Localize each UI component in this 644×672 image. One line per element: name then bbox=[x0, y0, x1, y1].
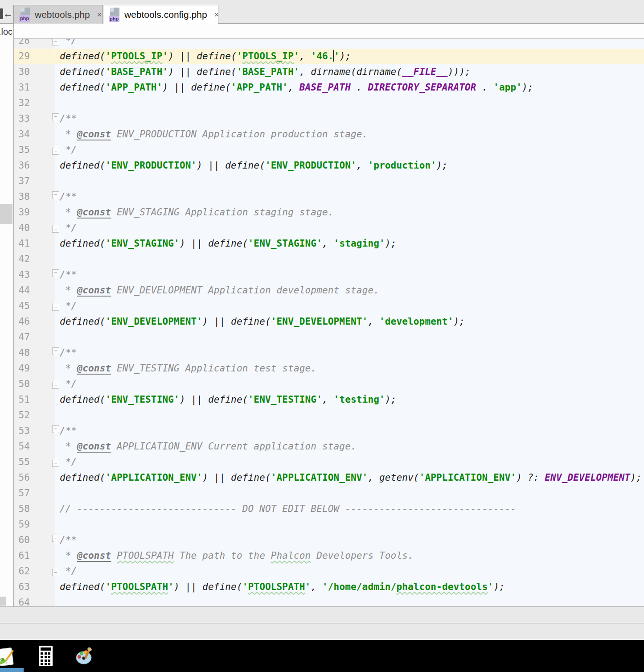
php-badge: php bbox=[109, 16, 119, 22]
code-line-29[interactable]: 29defined('PTOOLS_IP') || define('PTOOLS… bbox=[14, 49, 644, 64]
line-number: 39 bbox=[14, 205, 30, 220]
fold-start-icon[interactable]: − bbox=[52, 425, 59, 433]
line-number: 47 bbox=[14, 330, 30, 345]
fold-start-icon[interactable]: − bbox=[52, 191, 59, 198]
left-arrow-icon: ← bbox=[3, 7, 13, 21]
code-line-40[interactable]: 40− */ bbox=[14, 220, 644, 236]
code-line-53[interactable]: 53−/** bbox=[14, 423, 644, 439]
line-number: 60 bbox=[14, 532, 30, 548]
fold-end-icon[interactable]: − bbox=[52, 304, 59, 311]
panel-scrollbar-thumb[interactable] bbox=[0, 204, 12, 224]
line-number: 37 bbox=[14, 173, 30, 189]
tab-webtools-config-php[interactable]: php webtools.config.php × bbox=[103, 5, 218, 24]
line-number: 57 bbox=[14, 486, 30, 501]
code-text: * @const PTOOLSPATH The path to the Phal… bbox=[60, 548, 414, 564]
line-number: 59 bbox=[14, 517, 30, 532]
code-line-47[interactable]: 47 bbox=[14, 330, 644, 345]
code-text: * @const APPLICATION_ENV Current applica… bbox=[60, 439, 357, 454]
fold-end-icon[interactable]: − bbox=[52, 460, 59, 467]
code-line-36[interactable]: 36defined('ENV_PRODUCTION') || define('E… bbox=[14, 158, 644, 173]
line-number: 42 bbox=[14, 251, 30, 267]
hide-panel-icon[interactable]: ← bbox=[0, 7, 12, 21]
fold-end-icon[interactable]: − bbox=[52, 148, 59, 155]
tab-webtools-php[interactable]: php webtools.php × bbox=[13, 5, 103, 24]
code-line-28[interactable]: 28− */ bbox=[14, 39, 644, 49]
line-number: 61 bbox=[14, 548, 30, 564]
code-line-45[interactable]: 45− */ bbox=[14, 298, 644, 314]
line-number: 41 bbox=[14, 236, 30, 251]
fold-end-icon[interactable]: − bbox=[52, 39, 59, 45]
line-number: 50 bbox=[14, 376, 30, 392]
code-text: // ---------------------------- DO NOT E… bbox=[60, 501, 516, 517]
code-line-58[interactable]: 58// ---------------------------- DO NOT… bbox=[14, 501, 644, 517]
code-line-57[interactable]: 57 bbox=[14, 486, 644, 501]
code-line-38[interactable]: 38−/** bbox=[14, 189, 644, 205]
code-line-33[interactable]: 33−/** bbox=[14, 111, 644, 127]
code-line-34[interactable]: 34 * @const ENV_PRODUCTION Application p… bbox=[14, 127, 644, 142]
panel-scrollbar-thumb-small[interactable] bbox=[0, 597, 6, 606]
calculator-icon[interactable] bbox=[39, 646, 53, 666]
line-number: 38 bbox=[14, 189, 30, 205]
line-number: 48 bbox=[14, 345, 30, 361]
notepad-plus-icon[interactable] bbox=[0, 646, 16, 667]
background-panel-strip: .loc bbox=[0, 24, 13, 606]
line-number: 53 bbox=[14, 423, 30, 439]
code-line-37[interactable]: 37 bbox=[14, 173, 644, 189]
code-line-32[interactable]: 32 bbox=[14, 95, 644, 111]
code-line-46[interactable]: 46defined('ENV_DEVELOPMENT') || define('… bbox=[14, 314, 644, 330]
code-line-50[interactable]: 50− */ bbox=[14, 376, 644, 392]
line-number: 36 bbox=[14, 158, 30, 173]
code-editor[interactable]: 28− */29defined('PTOOLS_IP') || define('… bbox=[13, 39, 644, 606]
code-line-39[interactable]: 39 * @const ENV_STAGING Application stag… bbox=[14, 205, 644, 220]
code-text: defined('APPLICATION_ENV') || define('AP… bbox=[60, 470, 642, 486]
code-text: defined('APP_PATH') || define('APP_PATH'… bbox=[60, 80, 533, 95]
code-line-60[interactable]: 60−/** bbox=[14, 532, 644, 548]
fold-end-icon[interactable]: − bbox=[52, 569, 59, 576]
editor-top-margin bbox=[13, 24, 644, 39]
code-line-56[interactable]: 56defined('APPLICATION_ENV') || define('… bbox=[14, 470, 644, 486]
line-number: 29 bbox=[14, 49, 30, 64]
fold-start-icon[interactable]: − bbox=[52, 113, 59, 120]
bottom-panel-band-2 bbox=[0, 623, 644, 640]
code-text: defined('ENV_PRODUCTION') || define('ENV… bbox=[60, 158, 448, 173]
fold-start-icon[interactable]: − bbox=[52, 269, 59, 276]
close-icon[interactable]: × bbox=[97, 11, 102, 19]
fold-start-icon[interactable]: − bbox=[52, 535, 59, 542]
code-text: defined('BASE_PATH') || define('BASE_PAT… bbox=[60, 64, 471, 80]
hide-panel-bar bbox=[0, 8, 3, 19]
code-line-43[interactable]: 43−/** bbox=[14, 267, 644, 283]
code-line-42[interactable]: 42 bbox=[14, 251, 644, 267]
code-line-30[interactable]: 30defined('BASE_PATH') || define('BASE_P… bbox=[14, 64, 644, 80]
line-number: 44 bbox=[14, 283, 30, 298]
line-number: 33 bbox=[14, 111, 30, 127]
clipped-project-label: .loc bbox=[0, 27, 12, 37]
code-line-48[interactable]: 48−/** bbox=[14, 345, 644, 361]
code-line-63[interactable]: 63defined('PTOOLSPATH') || define('PTOOL… bbox=[14, 579, 644, 595]
code-line-41[interactable]: 41defined('ENV_STAGING') || define('ENV_… bbox=[14, 236, 644, 251]
code-line-31[interactable]: 31defined('APP_PATH') || define('APP_PAT… bbox=[14, 80, 644, 95]
line-number: 34 bbox=[14, 127, 30, 142]
code-line-51[interactable]: 51defined('ENV_TESTING') || define('ENV_… bbox=[14, 392, 644, 408]
line-number: 43 bbox=[14, 267, 30, 283]
close-icon[interactable]: × bbox=[214, 11, 219, 19]
code-text: defined('ENV_STAGING') || define('ENV_ST… bbox=[60, 236, 396, 251]
fold-end-icon[interactable]: − bbox=[52, 382, 59, 389]
bottom-panel-band bbox=[0, 606, 644, 623]
taskbar bbox=[0, 640, 644, 672]
fold-end-icon[interactable]: − bbox=[52, 226, 59, 233]
code-line-49[interactable]: 49 * @const ENV_TESTING Application test… bbox=[14, 361, 644, 376]
code-line-52[interactable]: 52 bbox=[14, 408, 644, 423]
paint-icon[interactable] bbox=[75, 647, 94, 666]
line-number: 64 bbox=[14, 595, 30, 606]
code-text: defined('ENV_DEVELOPMENT') || define('EN… bbox=[60, 314, 465, 330]
code-line-44[interactable]: 44 * @const ENV_DEVELOPMENT Application … bbox=[14, 283, 644, 298]
code-line-64[interactable]: 64 bbox=[14, 595, 644, 606]
code-line-59[interactable]: 59 bbox=[14, 517, 644, 532]
code-line-62[interactable]: 62− */ bbox=[14, 564, 644, 579]
fold-start-icon[interactable]: − bbox=[52, 347, 59, 355]
line-number: 35 bbox=[14, 142, 30, 158]
code-line-61[interactable]: 61 * @const PTOOLSPATH The path to the P… bbox=[14, 548, 644, 564]
code-line-35[interactable]: 35− */ bbox=[14, 142, 644, 158]
code-line-55[interactable]: 55− */ bbox=[14, 454, 644, 470]
code-line-54[interactable]: 54 * @const APPLICATION_ENV Current appl… bbox=[14, 439, 644, 454]
